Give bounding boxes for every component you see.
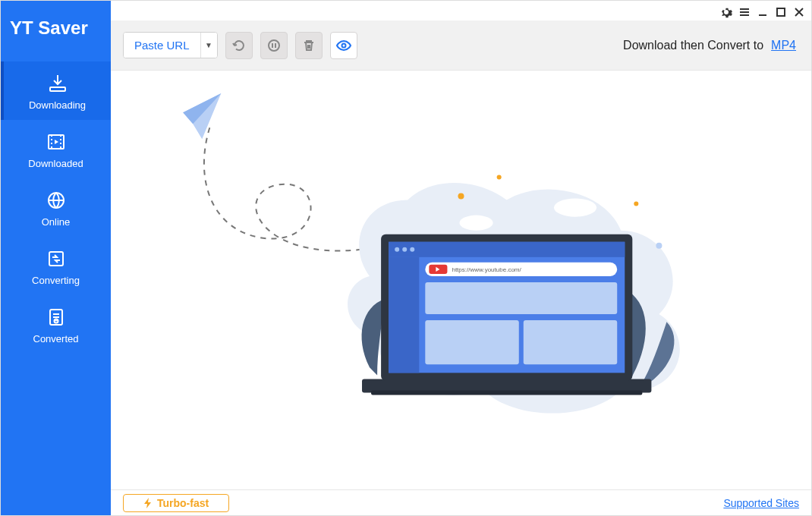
sidebar-item-downloaded[interactable]: Downloaded	[1, 120, 111, 178]
svg-point-11	[634, 202, 638, 206]
turbo-fast-button[interactable]: Turbo-fast	[123, 494, 229, 512]
undo-icon	[231, 38, 247, 53]
supported-sites-link[interactable]: Supported Sites	[723, 497, 799, 509]
sidebar-item-label: Converted	[33, 333, 79, 345]
pause-icon	[266, 38, 282, 53]
empty-state-illustration: https://www.youtube.com/	[149, 86, 773, 482]
svg-rect-20	[389, 242, 625, 257]
close-button[interactable]	[792, 5, 807, 20]
pause-button[interactable]	[260, 32, 288, 59]
svg-point-12	[656, 243, 662, 249]
svg-rect-6	[777, 8, 785, 16]
illustration-url-text: https://www.youtube.com/	[452, 266, 521, 273]
sidebar-item-label: Downloading	[29, 99, 86, 111]
sidebar-item-downloading[interactable]: Downloading	[1, 61, 111, 120]
toolbar: Paste URL ▼	[111, 20, 811, 71]
paste-url-group: Paste URL ▼	[123, 32, 218, 58]
empty-state-content: https://www.youtube.com/	[111, 71, 811, 489]
svg-point-7	[269, 40, 279, 51]
maximize-button[interactable]	[773, 5, 788, 20]
svg-rect-29	[524, 320, 617, 364]
close-icon	[793, 6, 805, 18]
svg-point-23	[410, 247, 414, 252]
paper-plane-icon	[183, 93, 221, 139]
turbo-label: Turbo-fast	[157, 497, 209, 509]
sidebar-item-converted[interactable]: Converted	[1, 295, 111, 354]
convert-arrows-icon	[45, 247, 68, 270]
chevron-down-icon: ▼	[205, 41, 212, 49]
sidebar-item-online[interactable]: Online	[1, 178, 111, 237]
app-logo-text: YT Saver	[1, 1, 111, 61]
menu-button[interactable]	[737, 5, 752, 20]
lightning-icon	[143, 498, 153, 508]
sidebar-item-label: Converting	[32, 275, 80, 286]
convert-format-link[interactable]: MP4	[771, 39, 796, 52]
svg-rect-28	[425, 320, 518, 364]
preview-button[interactable]	[330, 32, 357, 59]
svg-point-9	[458, 194, 464, 200]
svg-rect-17	[371, 390, 642, 395]
titlebar	[111, 1, 811, 20]
paste-url-dropdown[interactable]: ▼	[200, 33, 217, 58]
download-arrow-icon	[46, 72, 69, 95]
converted-file-icon	[45, 306, 68, 329]
trash-icon	[301, 38, 316, 53]
svg-rect-3	[49, 252, 63, 266]
sidebar-item-label: Online	[42, 216, 71, 228]
convert-prefix-label: Download then Convert to	[623, 39, 763, 52]
minimize-button[interactable]	[755, 5, 770, 20]
svg-point-8	[341, 43, 345, 47]
sidebar-item-converting[interactable]: Converting	[1, 237, 111, 295]
svg-point-15	[554, 199, 596, 217]
footer: Turbo-fast Supported Sites	[111, 489, 811, 515]
settings-button[interactable]	[719, 5, 734, 20]
sidebar: YT Saver Downloading Downloaded	[1, 1, 111, 515]
svg-point-21	[395, 247, 399, 252]
delete-button[interactable]	[295, 32, 323, 59]
paste-url-button[interactable]: Paste URL	[124, 33, 200, 58]
minimize-icon	[757, 6, 769, 18]
app-root: YT Saver Downloading Downloaded	[1, 1, 811, 515]
video-file-icon	[45, 131, 68, 153]
svg-point-10	[497, 175, 502, 179]
svg-rect-0	[50, 87, 65, 91]
retry-button[interactable]	[225, 32, 253, 59]
globe-icon	[45, 189, 68, 212]
gear-icon	[720, 6, 732, 18]
menu-icon	[738, 6, 751, 18]
svg-rect-27	[425, 282, 617, 314]
svg-point-22	[402, 247, 407, 252]
main-area: Paste URL ▼	[111, 1, 811, 515]
sidebar-item-label: Downloaded	[28, 158, 83, 169]
eye-icon	[335, 37, 352, 54]
maximize-icon	[775, 6, 787, 18]
svg-point-14	[459, 216, 493, 231]
svg-rect-24	[389, 257, 419, 373]
